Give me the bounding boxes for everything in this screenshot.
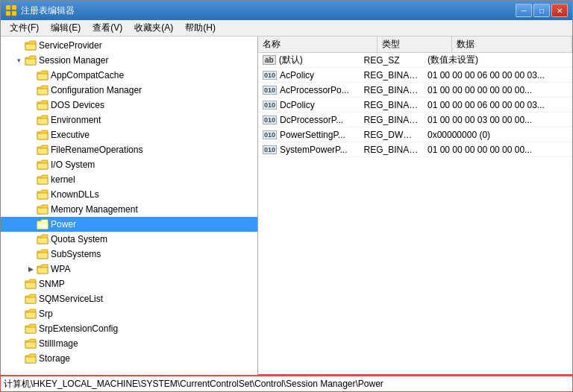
cell-data-5: 0x00000000 (0) [423, 130, 572, 140]
folder-icon-service-provider [25, 40, 37, 51]
tree-item-file-rename[interactable]: FileRenameOperations [1, 142, 257, 157]
folder-icon-still-image [25, 338, 37, 349]
tree-item-still-image[interactable]: StillImage [1, 336, 257, 351]
tree-item-executive[interactable]: Executive [1, 127, 257, 142]
tree-toggle-appcompat-cache [25, 69, 37, 81]
list-row-5[interactable]: 010PowerSettingP...REG_DWORD0x00000000 (… [258, 127, 572, 142]
menu-item-view[interactable]: 查看(V) [87, 21, 128, 36]
tree-label-kernel: kernel [51, 174, 75, 185]
tree-item-dos-devices[interactable]: DOS Devices [1, 98, 257, 113]
tree-toggle-session-manager[interactable]: ▾ [13, 54, 25, 66]
cell-data-1: 01 00 00 00 06 00 00 00 03... [423, 70, 572, 80]
folder-icon-snmp [25, 279, 37, 289]
tree-item-storage[interactable]: Storage [1, 351, 257, 366]
tree-toggle-executive [25, 129, 37, 141]
tree-label-srp: Srp [39, 309, 53, 319]
status-bar: 计算机\HKEY_LOCAL_MACHINE\SYSTEM\CurrentCon… [1, 375, 572, 391]
tree-item-service-provider[interactable]: ServiceProvider [1, 38, 257, 53]
minimize-button[interactable]: ─ [516, 4, 532, 17]
tree-toggle-storage [13, 353, 25, 364]
cell-type-0: REG_SZ [360, 55, 423, 66]
cell-type-3: REG_BINARY [360, 100, 423, 110]
col-header-type[interactable]: 类型 [378, 37, 452, 52]
list-scroll[interactable]: ab(默认)REG_SZ(数值未设置)010AcPolicyREG_BINARY… [258, 53, 572, 375]
cell-name-1: 010AcPolicy [258, 70, 360, 80]
title-bar-controls: ─ □ ✕ [516, 4, 568, 17]
tree-item-power[interactable]: Power [1, 217, 257, 232]
tree-toggle-subsystems [25, 248, 37, 260]
tree-item-io-system[interactable]: I/O System [1, 157, 257, 172]
tree-label-snmp: SNMP [39, 279, 65, 289]
reg-icon-bin: 010 [263, 86, 277, 95]
tree-item-session-manager[interactable]: ▾ Session Manager [1, 53, 257, 68]
tree-scroll[interactable]: ServiceProvider▾ Session Manager AppComp… [1, 37, 257, 375]
folder-icon-wpa [37, 264, 48, 274]
cell-data-6: 01 00 00 00 00 00 00 00... [423, 145, 572, 155]
reg-icon-bin: 010 [263, 71, 277, 80]
cell-type-2: REG_BINARY [360, 85, 423, 95]
main-content: ServiceProvider▾ Session Manager AppComp… [1, 37, 572, 375]
tree-toggle-wpa[interactable]: ▶ [25, 263, 37, 275]
menu-item-edit[interactable]: 编辑(E) [45, 21, 87, 36]
tree-toggle-srp-ext [13, 323, 25, 335]
tree-label-known-dlls: KnownDLLs [51, 189, 99, 200]
tree-toggle-power [25, 218, 37, 230]
menu-item-help[interactable]: 帮助(H) [179, 21, 222, 36]
tree-label-wpa: WPA [51, 264, 70, 274]
folder-icon-memory-management [37, 204, 48, 215]
reg-icon-ab: ab [263, 55, 276, 65]
folder-icon-environment [37, 115, 48, 125]
title-bar-left: 注册表编辑器 [5, 4, 75, 17]
tree-item-appcompat-cache[interactable]: AppCompatCache [1, 68, 257, 83]
cell-name-2: 010AcProcessorPo... [258, 85, 360, 95]
folder-icon-dos-devices [37, 100, 48, 110]
list-row-2[interactable]: 010AcProcessorPo...REG_BINARY01 00 00 00… [258, 83, 572, 98]
list-row-0[interactable]: ab(默认)REG_SZ(数值未设置) [258, 53, 572, 68]
tree-label-dos-devices: DOS Devices [51, 100, 104, 110]
tree-item-config-manager[interactable]: Configuration Manager [1, 83, 257, 98]
folder-icon-storage [25, 353, 37, 364]
tree-item-snmp[interactable]: SNMP [1, 276, 257, 291]
cell-name-6: 010SystemPowerP... [258, 145, 360, 155]
tree-label-memory-management: Memory Management [51, 204, 138, 215]
cell-data-0: (数值未设置) [423, 54, 572, 66]
folder-icon-session-manager [25, 55, 37, 66]
tree-label-storage: Storage [39, 353, 70, 364]
reg-icon-bin: 010 [263, 145, 277, 154]
cell-type-4: REG_BINARY [360, 115, 423, 125]
tree-toggle-sqm-service [13, 293, 25, 305]
tree-item-subsystems[interactable]: SubSystems [1, 247, 257, 262]
maximize-button[interactable]: □ [533, 4, 550, 17]
tree-item-known-dlls[interactable]: KnownDLLs [1, 187, 257, 202]
tree-label-sqm-service: SQMServiceList [39, 294, 103, 304]
tree-item-environment[interactable]: Environment [1, 113, 257, 127]
tree-item-sqm-service[interactable]: SQMServiceList [1, 291, 257, 306]
tree-item-memory-management[interactable]: Memory Management [1, 202, 257, 217]
tree-item-srp-ext[interactable]: SrpExtensionConfig [1, 321, 257, 336]
close-button[interactable]: ✕ [551, 4, 568, 17]
reg-icon-bin: 010 [263, 101, 277, 110]
folder-icon-kernel [37, 174, 48, 185]
list-row-4[interactable]: 010DcProcessorP...REG_BINARY01 00 00 00 … [258, 113, 572, 127]
svg-rect-3 [12, 11, 16, 16]
folder-icon-io-system [37, 159, 48, 170]
tree-item-kernel[interactable]: kernel [1, 172, 257, 187]
tree-toggle-config-manager [25, 84, 37, 96]
folder-icon-subsystems [37, 249, 48, 259]
col-header-name[interactable]: 名称 [258, 37, 378, 52]
tree-label-session-manager: Session Manager [39, 55, 108, 66]
tree-item-wpa[interactable]: ▶ WPA [1, 262, 257, 276]
list-row-1[interactable]: 010AcPolicyREG_BINARY01 00 00 00 06 00 0… [258, 68, 572, 83]
list-row-6[interactable]: 010SystemPowerP...REG_BINARY01 00 00 00 … [258, 142, 572, 157]
folder-icon-srp [25, 309, 37, 319]
tree-item-srp[interactable]: Srp [1, 306, 257, 321]
tree-toggle-environment [25, 114, 37, 126]
list-row-3[interactable]: 010DcPolicyREG_BINARY01 00 00 00 06 00 0… [258, 98, 572, 113]
col-header-data[interactable]: 数据 [452, 37, 572, 52]
tree-toggle-snmp [13, 278, 25, 290]
tree-label-service-provider: ServiceProvider [39, 40, 102, 51]
tree-item-quota-system[interactable]: Quota System [1, 232, 257, 247]
menu-item-file[interactable]: 文件(F) [4, 21, 45, 36]
cell-type-5: REG_DWORD [360, 130, 423, 140]
menu-item-favorites[interactable]: 收藏夹(A) [128, 21, 179, 36]
